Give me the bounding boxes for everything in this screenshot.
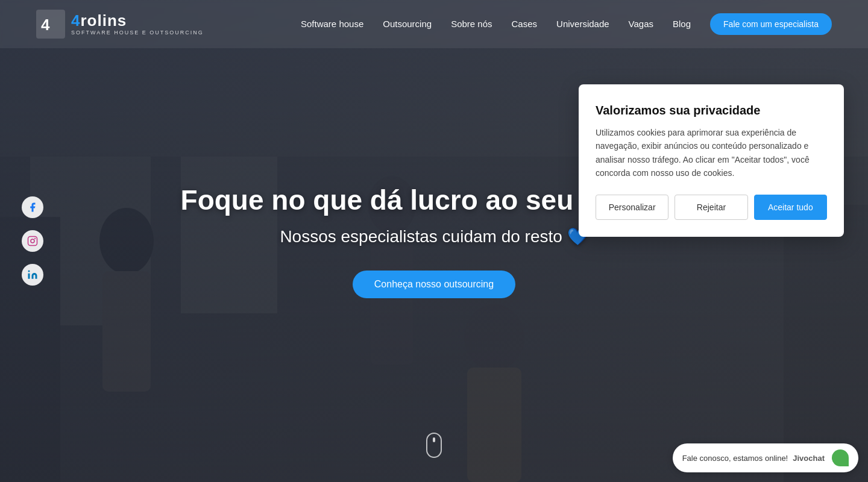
cookie-title: Valorizamos sua privacidade xyxy=(596,104,827,117)
hero-cta-button[interactable]: Conheça nosso outsourcing xyxy=(353,271,515,298)
svg-point-16 xyxy=(28,271,30,272)
svg-text:4: 4 xyxy=(41,16,50,34)
nav-item-cta[interactable]: Fale com um especialista xyxy=(710,19,832,30)
nav-link-software-house[interactable]: Software house xyxy=(301,19,363,29)
cookie-buttons: Personalizar Rejeitar Aceitar tudo xyxy=(596,195,827,220)
brand-name-part2: rolins xyxy=(80,11,127,30)
nav-item-sobre-nos[interactable]: Sobre nós xyxy=(451,19,492,30)
cookie-body: Utilizamos cookies para aprimorar sua ex… xyxy=(596,126,827,180)
nav-link-blog[interactable]: Blog xyxy=(673,19,691,29)
navbar: 4 4rolins SOFTWARE HOUSE E OUTSOURCING S… xyxy=(0,0,868,48)
personalize-button[interactable]: Personalizar xyxy=(596,195,668,220)
nav-item-outsourcing[interactable]: Outsourcing xyxy=(383,19,432,30)
facebook-icon[interactable] xyxy=(22,196,43,218)
logo[interactable]: 4 4rolins SOFTWARE HOUSE E OUTSOURCING xyxy=(36,10,204,39)
scroll-indicator xyxy=(426,433,442,458)
svg-point-14 xyxy=(31,239,34,243)
nav-link-sobre-nos[interactable]: Sobre nós xyxy=(451,19,492,29)
logo-text: 4rolins SOFTWARE HOUSE E OUTSOURCING xyxy=(71,13,204,36)
accept-all-button[interactable]: Aceitar tudo xyxy=(754,195,827,220)
nav-item-cases[interactable]: Cases xyxy=(512,19,538,30)
social-sidebar xyxy=(22,196,43,286)
nav-links: Software house Outsourcing Sobre nós Cas… xyxy=(301,19,832,30)
nav-link-outsourcing[interactable]: Outsourcing xyxy=(383,19,432,29)
nav-item-vagas[interactable]: Vagas xyxy=(629,19,653,30)
nav-link-vagas[interactable]: Vagas xyxy=(629,19,653,29)
nav-link-universidade[interactable]: Universidade xyxy=(556,19,609,29)
nav-item-blog[interactable]: Blog xyxy=(673,19,691,30)
livechat-widget[interactable]: Fale conosco, estamos online! Jivochat xyxy=(673,443,858,472)
scroll-dot xyxy=(433,437,435,442)
instagram-icon[interactable] xyxy=(22,230,43,252)
svg-rect-13 xyxy=(28,237,37,246)
linkedin-icon[interactable] xyxy=(22,264,43,286)
svg-point-15 xyxy=(35,239,36,239)
brand-name-part1: 4 xyxy=(71,11,80,30)
nav-cta-button[interactable]: Fale com um especialista xyxy=(710,13,832,35)
livechat-text: Fale conosco, estamos online! xyxy=(682,454,788,463)
reject-button[interactable]: Rejeitar xyxy=(675,195,747,220)
nav-item-universidade[interactable]: Universidade xyxy=(556,19,609,30)
livechat-leaf-icon xyxy=(832,449,849,466)
nav-item-software-house[interactable]: Software house xyxy=(301,19,363,30)
livechat-brand: Jivochat xyxy=(793,454,825,463)
brand-name: 4rolins xyxy=(71,13,204,28)
nav-link-cases[interactable]: Cases xyxy=(512,19,538,29)
logo-icon: 4 xyxy=(36,10,65,39)
brand-tagline: SOFTWARE HOUSE E OUTSOURCING xyxy=(71,30,204,36)
cookie-modal: Valorizamos sua privacidade Utilizamos c… xyxy=(579,84,844,237)
